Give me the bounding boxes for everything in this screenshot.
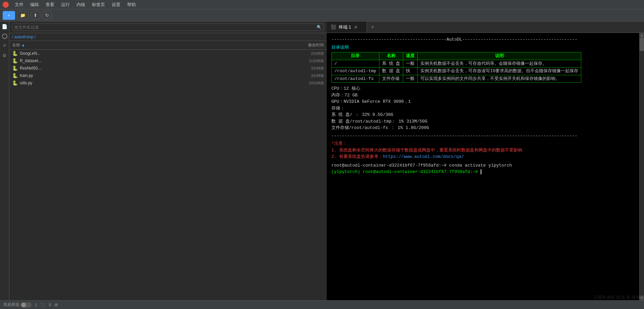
- menu-settings[interactable]: 设置: [109, 1, 123, 8]
- right-panel: ⬛ 终端 1 ✕ + -----------------------------…: [327, 21, 644, 300]
- list-item[interactable]: 🐍 R_dataset... 11分钟前: [9, 57, 327, 64]
- refresh-button[interactable]: ↻: [42, 11, 52, 19]
- file-item-left: 🐍 utils.py: [12, 80, 309, 86]
- tab-count: 1: [35, 303, 37, 307]
- file-header-name: 名称 ▲: [12, 42, 25, 48]
- table-cell-dir: /: [332, 60, 379, 68]
- file-icon: 🐍: [12, 80, 18, 86]
- table-cell-name: 数 据 盘: [379, 68, 403, 75]
- menu-tabs[interactable]: 标签页: [89, 1, 108, 8]
- file-icon: 🐍: [12, 58, 18, 63]
- table-cell-name: 系 统 盘: [379, 60, 403, 68]
- table-header-name: 名称: [379, 52, 403, 60]
- breadcrumb[interactable]: / autodl-tmp /: [9, 33, 327, 41]
- menu-edit[interactable]: 编辑: [28, 1, 42, 8]
- file-icon: 🐍: [12, 65, 18, 71]
- file-time: 10分钟前: [309, 81, 324, 86]
- sidebar-icon-circle[interactable]: [2, 34, 7, 39]
- file-name: train.py: [20, 73, 33, 78]
- toggle-switch[interactable]: [21, 302, 32, 308]
- file-icon: 🐍: [12, 51, 18, 56]
- refresh-icon: ↻: [45, 13, 49, 18]
- file-list: 🐍 GoogLeN... 2分钟前 🐍 R_dataset... 11分钟前 🐍…: [9, 50, 327, 300]
- toolbar: ＋ 📁 ⬆ ↻: [0, 9, 644, 21]
- terminal-separator-top: ----------------------------------------…: [331, 36, 635, 43]
- list-item[interactable]: 🐍 ResNet50.... 3分钟前: [9, 64, 327, 72]
- table-header-desc: 说明: [418, 52, 581, 60]
- main-area: 📄 ≡ ⚙ 🔍 / autodl-tmp / 名称 ▲ 修改时间 🐍: [0, 21, 644, 300]
- search-box: 🔍: [9, 21, 327, 33]
- terminal-storage-row-2: 文件存储/root/autodl-fs ： 1% 1.8G/200G: [331, 125, 635, 131]
- sidebar-icon-files[interactable]: 📄: [1, 23, 8, 30]
- terminal-warning-2: 2. 有重系统盘告请参考：https://www.autodl.com/docs…: [331, 153, 635, 160]
- upload-icon: ⬆: [34, 13, 37, 18]
- search-icon: 🔍: [317, 25, 322, 30]
- list-item[interactable]: 🐍 utils.py 10分钟前: [9, 79, 327, 87]
- file-name: ResNet50....: [20, 66, 42, 71]
- menu-view[interactable]: 查看: [43, 1, 57, 8]
- terminal-gpu-info: GPU：NVIDIA GeForce RTX 3090，1: [331, 98, 635, 105]
- table-row: /root/autodl-fs 文件存储 一般 可以实现多实例间的文件同步共享，…: [332, 75, 581, 83]
- scrollbar-thumb[interactable]: [640, 38, 644, 51]
- tab-bar: ⬛ 终端 1 ✕ +: [327, 21, 644, 33]
- folder-button[interactable]: 📁: [17, 11, 29, 19]
- terminal[interactable]: ----------------------------------------…: [327, 33, 639, 300]
- scrollbar-track: [640, 38, 644, 296]
- terminal-cmd-2: (ylpytorch) root@autodl-container-d32241…: [331, 169, 635, 175]
- table-cell-desc: 可以实现多实例间的文件同步共享，不受实例开关机和保存镜像的影响。: [418, 75, 581, 83]
- folder-icon: 📁: [20, 13, 25, 18]
- scrollbar-down-button[interactable]: ▼: [640, 296, 644, 300]
- settings-icon[interactable]: ⚙: [54, 303, 58, 307]
- table-cell-dir: /root/autodl-tmp: [332, 68, 379, 75]
- file-name: R_dataset...: [20, 58, 42, 63]
- table-cell-name: 文件存储: [379, 75, 403, 83]
- table-cell-desc: 实例关机数据不会丢失，可存放读写IO要求高的数据。但不会随保存镜像一起保存: [418, 68, 581, 75]
- list-item[interactable]: 🐍 GoogLeN... 2分钟前: [9, 50, 327, 57]
- plus-icon: ＋: [7, 12, 11, 18]
- tab-close-button[interactable]: ✕: [354, 25, 358, 30]
- menu-bar: 文件 编辑 查看 运行 内核 标签页 设置 帮助: [0, 0, 644, 9]
- toggle-thumb: [21, 303, 26, 307]
- simple-mode-toggle[interactable]: 简易界面: [3, 302, 32, 308]
- sidebar-icon-puzzle[interactable]: ⚙: [1, 52, 8, 59]
- file-time: 2分钟前: [311, 51, 324, 56]
- search-input-wrap[interactable]: 🔍: [12, 24, 324, 31]
- menu-help[interactable]: 帮助: [124, 1, 139, 8]
- table-header-speed: 速度: [403, 52, 418, 60]
- file-item-left: 🐍 GoogLeN...: [12, 51, 311, 56]
- terminal-separator-mid: ----------------------------------------…: [331, 133, 635, 139]
- menu-kernel[interactable]: 内核: [74, 1, 88, 8]
- file-list-header: 名称 ▲ 修改时间: [9, 41, 327, 50]
- terminal-icon: ⬛: [331, 25, 336, 30]
- file-item-left: 🐍 ResNet50....: [12, 65, 311, 71]
- tab-add-button[interactable]: +: [367, 24, 378, 30]
- table-row: /root/autodl-tmp 数 据 盘 快 实例关机数据不会丢失，可存放读…: [332, 68, 581, 75]
- table-cell-dir: /root/autodl-fs: [332, 75, 379, 83]
- terminal-area: ----------------------------------------…: [327, 33, 644, 300]
- tab-terminal-1[interactable]: ⬛ 终端 1 ✕: [327, 21, 367, 33]
- terminal-storage-row-0: 系 统 盘/ ： 32% 9.5G/30G: [331, 112, 635, 118]
- sidebar-panel: 🔍 / autodl-tmp / 名称 ▲ 修改时间 🐍 GoogLeN... …: [9, 21, 327, 300]
- new-file-button[interactable]: ＋: [3, 11, 15, 20]
- scrollbar-up-button[interactable]: ▲: [640, 33, 644, 38]
- menu-run[interactable]: 运行: [58, 1, 72, 8]
- table-cell-speed: 一般: [403, 60, 418, 68]
- list-item[interactable]: 🐍 train.py 3分钟前: [9, 72, 327, 79]
- menu-file[interactable]: 文件: [12, 1, 26, 8]
- search-input[interactable]: [14, 25, 317, 30]
- table-cell-desc: 实例关机数据不会丢失，可存放代码等。会随保存镜像一起保存。: [418, 60, 581, 68]
- terminal-table: 目录 名称 速度 说明 / 系 统 盘 一般 实例关机数据不会丢失，可存放代码等…: [331, 52, 581, 83]
- sidebar-icon-list[interactable]: ≡: [1, 42, 8, 49]
- file-name: utils.py: [20, 81, 32, 85]
- upload-button[interactable]: ⬆: [31, 11, 40, 19]
- file-icon: 🐍: [12, 73, 18, 78]
- file-time: 3分钟前: [311, 66, 324, 71]
- right-scrollbar[interactable]: ▲ ▼: [639, 33, 644, 300]
- status-zero: 0: [49, 303, 51, 307]
- tab-label: 终端 1: [339, 24, 351, 30]
- file-time: 11分钟前: [309, 58, 324, 63]
- app-logo: [3, 2, 9, 8]
- status-bar: 简易界面 1 ⬛ 0 ⚙: [0, 300, 644, 309]
- file-item-left: 🐍 R_dataset...: [12, 58, 309, 63]
- simple-mode-label: 简易界面: [3, 302, 19, 308]
